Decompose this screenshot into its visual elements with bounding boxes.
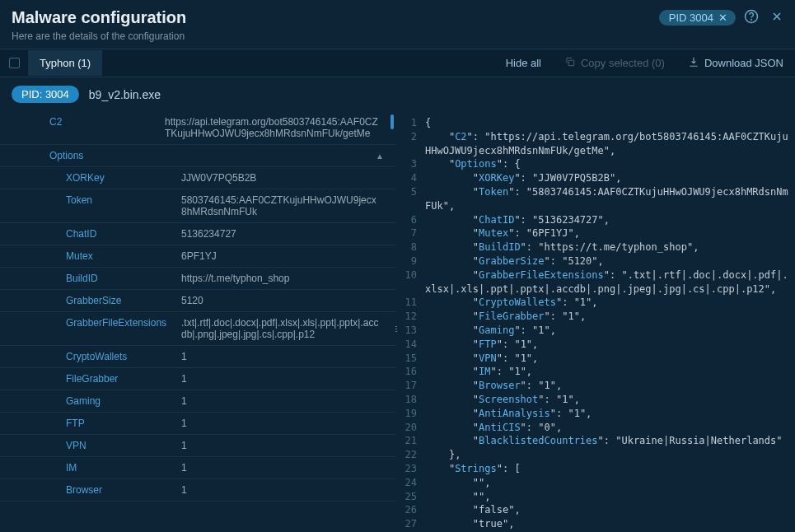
code-text[interactable]: "GrabberSize": "5120", xyxy=(425,254,795,268)
code-text[interactable]: "BuildID": "https://t.me/typhon_shop", xyxy=(425,240,795,254)
header: Malware configuration PID 3004 ✕ Here ar… xyxy=(0,0,795,49)
config-key: CryptoWallets xyxy=(66,351,181,362)
code-line: 2 "C2": "https://api.telegram.org/bot580… xyxy=(395,130,795,158)
code-line: 11 "CryptoWallets": "1", xyxy=(395,296,795,310)
code-line: 10 "GrabberFileExtensions": ".txt|.rtf|.… xyxy=(395,268,795,296)
code-text[interactable]: "Browser": "1", xyxy=(425,379,795,393)
code-line: 23 "Strings": [ xyxy=(395,462,795,476)
code-line: 24 "", xyxy=(395,476,795,490)
config-row[interactable]: GrabberFileExtensions.txt|.rtf|.doc|.doc… xyxy=(0,312,395,346)
code-text[interactable]: "FTP": "1", xyxy=(425,338,795,352)
tab-typhon[interactable]: Typhon (1) xyxy=(28,50,102,76)
code-text[interactable]: "", xyxy=(425,476,795,490)
config-row[interactable]: FTP1 xyxy=(0,413,395,435)
config-value: 1 xyxy=(181,351,387,362)
config-value: 5136234727 xyxy=(181,228,387,240)
code-line: 15 "VPN": "1", xyxy=(395,352,795,366)
code-text[interactable]: "Strings": [ xyxy=(425,462,795,476)
line-number: 2 xyxy=(395,130,425,158)
config-key: C2 xyxy=(49,116,165,128)
code-text[interactable]: "Mutex": "6PF1YJ", xyxy=(425,226,795,240)
code-text[interactable]: "FileGrabber": "1", xyxy=(425,310,795,324)
code-line: 26 "false", xyxy=(395,503,795,517)
code-line: 9 "GrabberSize": "5120", xyxy=(395,254,795,268)
download-json-label: Download JSON xyxy=(704,57,783,69)
code-text[interactable]: "Token": "5803746145:AAF0CZTKujuHHwOJWU9… xyxy=(425,185,795,213)
config-row[interactable]: C2https://api.telegram.org/bot5803746145… xyxy=(0,111,395,145)
code-text[interactable]: "Screenshot": "1", xyxy=(425,393,795,407)
line-number: 24 xyxy=(395,476,425,490)
code-text[interactable]: "AntiCIS": "0", xyxy=(425,421,795,435)
code-line: 4 "XORKey": "JJW0V7PQ5B2B", xyxy=(395,171,795,185)
code-line: 6 "ChatID": "5136234727", xyxy=(395,213,795,227)
config-row[interactable]: Gaming1 xyxy=(0,390,395,413)
code-text[interactable]: "IM": "1", xyxy=(425,365,795,379)
config-row[interactable]: IM1 xyxy=(0,457,395,479)
line-number: 13 xyxy=(395,324,425,338)
line-number: 6 xyxy=(395,213,425,227)
line-number: 21 xyxy=(395,434,425,448)
code-text[interactable]: }, xyxy=(425,448,795,462)
pid-chip[interactable]: PID: 3004 xyxy=(12,86,79,103)
code-line: 16 "IM": "1", xyxy=(395,365,795,379)
hide-all-button[interactable]: Hide all xyxy=(494,57,553,69)
select-all-checkbox[interactable] xyxy=(0,58,28,68)
code-text[interactable]: "true", xyxy=(425,517,795,531)
download-icon xyxy=(688,56,699,70)
code-text[interactable]: { xyxy=(425,116,795,130)
line-number: 4 xyxy=(395,171,425,185)
download-json-button[interactable]: Download JSON xyxy=(676,56,795,70)
config-row[interactable]: FileGrabber1 xyxy=(0,368,395,390)
code-line: 8 "BuildID": "https://t.me/typhon_shop", xyxy=(395,240,795,254)
config-key: Mutex xyxy=(66,250,181,262)
code-text[interactable]: "false", xyxy=(425,503,795,517)
code-text[interactable]: "XORKey": "JJW0V7PQ5B2B", xyxy=(425,171,795,185)
config-row[interactable]: ChatID5136234727 xyxy=(0,223,395,245)
config-row[interactable]: VPN1 xyxy=(0,435,395,457)
code-text[interactable]: "Gaming": "1", xyxy=(425,324,795,338)
section-header[interactable]: Options▲ xyxy=(0,145,395,167)
line-number: 8 xyxy=(395,240,425,254)
code-text[interactable]: "Options": { xyxy=(425,157,795,171)
config-row[interactable]: CryptoWallets1 xyxy=(0,346,395,368)
config-value: 1 xyxy=(181,418,387,429)
scrollbar-thumb[interactable] xyxy=(390,114,394,129)
config-key: IM xyxy=(66,462,181,474)
code-line: 19 "AntiAnalysis": "1", xyxy=(395,407,795,421)
config-value: 5803746145:AAF0CZTKujuHHwOJWU9jecx8hMRds… xyxy=(181,194,387,217)
config-row[interactable]: XORKeyJJW0V7PQ5B2B xyxy=(0,167,395,189)
line-number: 10 xyxy=(395,268,425,296)
code-text[interactable]: "C2": "https://api.telegram.org/bot58037… xyxy=(425,130,795,158)
close-panel-icon[interactable] xyxy=(770,10,783,26)
code-text[interactable]: "VPN": "1", xyxy=(425,352,795,366)
code-line: 27 "true", xyxy=(395,517,795,531)
config-key: XORKey xyxy=(66,172,181,184)
config-row[interactable]: Token5803746145:AAF0CZTKujuHHwOJWU9jecx8… xyxy=(0,189,395,223)
line-number: 15 xyxy=(395,352,425,366)
line-number: 19 xyxy=(395,407,425,421)
line-number: 3 xyxy=(395,157,425,171)
config-row[interactable]: Browser1 xyxy=(0,479,395,502)
config-key: GrabberFileExtensions xyxy=(66,317,181,329)
code-text[interactable]: "GrabberFileExtensions": ".txt|.rtf|.doc… xyxy=(425,268,795,296)
splitter-handle[interactable] xyxy=(395,320,399,337)
code-text[interactable]: "BlacklistedCountries": "Ukraine|Russia|… xyxy=(425,434,795,448)
code-text[interactable]: "AntiAnalysis": "1", xyxy=(425,407,795,421)
code-text[interactable]: "ChatID": "5136234727", xyxy=(425,213,795,227)
code-line: 14 "FTP": "1", xyxy=(395,338,795,352)
copy-selected-button[interactable]: Copy selected (0) xyxy=(553,56,676,70)
config-row[interactable]: BuildIDhttps://t.me/typhon_shop xyxy=(0,268,395,290)
code-text[interactable]: "CryptoWallets": "1", xyxy=(425,296,795,310)
config-row[interactable]: Mutex6PF1YJ xyxy=(0,245,395,268)
line-number: 11 xyxy=(395,296,425,310)
line-number: 25 xyxy=(395,490,425,504)
close-icon[interactable]: ✕ xyxy=(718,12,727,24)
config-key: Token xyxy=(66,194,181,206)
code-line: 18 "Screenshot": "1", xyxy=(395,393,795,407)
code-text[interactable]: "", xyxy=(425,490,795,504)
pid-filter-badge[interactable]: PID 3004 ✕ xyxy=(659,10,736,26)
config-row[interactable]: GrabberSize5120 xyxy=(0,290,395,312)
line-number: 5 xyxy=(395,185,425,213)
help-icon[interactable] xyxy=(744,9,759,26)
line-number: 18 xyxy=(395,393,425,407)
